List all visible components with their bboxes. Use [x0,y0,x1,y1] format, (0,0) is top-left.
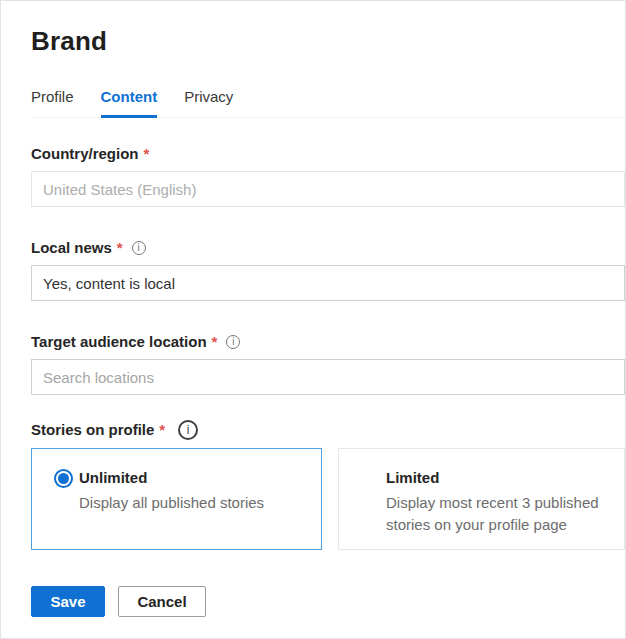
required-indicator: * [212,333,218,351]
target-audience-label: Target audience location * i [31,333,625,351]
local-news-label: Local news * i [31,239,625,257]
info-icon[interactable]: i [226,335,240,349]
page-title: Brand [31,26,625,57]
country-region-label: Country/region * [31,145,625,163]
info-icon[interactable]: i [132,241,146,255]
local-news-input[interactable] [31,265,625,301]
option-title: Unlimited [79,468,264,488]
local-news-field: Local news * i [31,239,625,301]
form-actions: Save Cancel [31,586,625,617]
target-audience-field: Target audience location * i [31,333,625,395]
tab-profile[interactable]: Profile [31,88,74,117]
stories-option-cards: Unlimited Display all published stories … [31,448,625,550]
option-description: Display all published stories [79,492,264,514]
option-title: Limited [386,468,608,488]
country-region-input [31,171,625,207]
radio-unlimited-selected[interactable] [54,469,73,488]
field-label-text: Stories on profile [31,419,154,440]
save-button[interactable]: Save [31,586,105,617]
field-label-text: Target audience location [31,333,207,351]
target-audience-input[interactable] [31,359,625,395]
option-card-limited[interactable]: Limited Display most recent 3 published … [338,448,625,550]
stories-on-profile-label: Stories on profile * i [31,419,625,440]
option-description: Display most recent 3 published stories … [386,492,608,536]
required-indicator: * [117,239,123,257]
option-card-text: Unlimited Display all published stories [79,468,264,514]
tab-bar: Profile Content Privacy [31,88,625,118]
required-indicator: * [144,145,150,163]
field-label-text: Country/region [31,145,139,163]
country-region-field: Country/region * [31,145,625,207]
option-card-text: Limited Display most recent 3 published … [386,468,608,536]
stories-on-profile-field: Stories on profile * i Unlimited Display… [31,419,625,550]
tab-privacy[interactable]: Privacy [184,88,233,117]
required-indicator: * [159,419,165,440]
option-card-unlimited[interactable]: Unlimited Display all published stories [31,448,322,550]
tab-content[interactable]: Content [101,88,158,118]
brand-settings-page: Brand Profile Content Privacy Country/re… [0,0,626,639]
cancel-button[interactable]: Cancel [118,586,206,617]
info-icon[interactable]: i [178,420,198,440]
field-label-text: Local news [31,239,112,257]
